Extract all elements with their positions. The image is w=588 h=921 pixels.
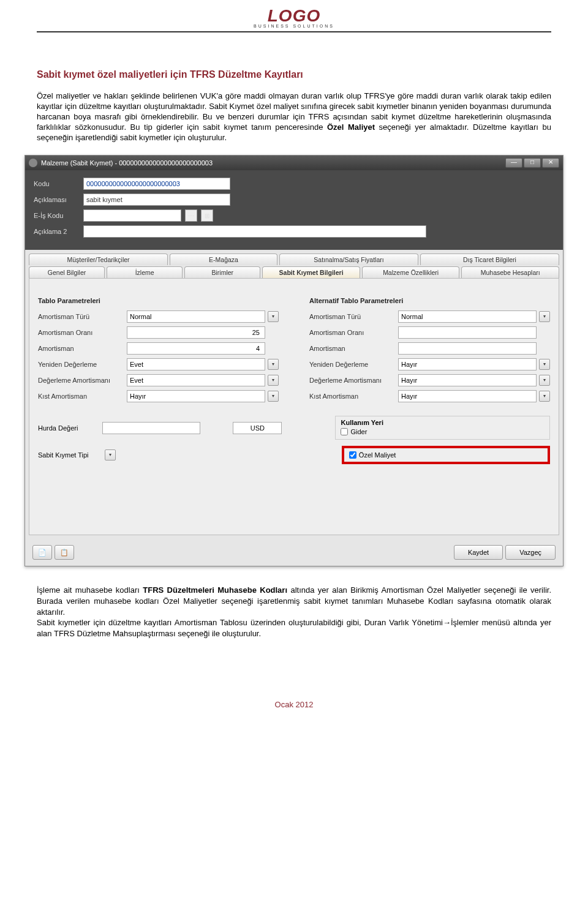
logo-main: LOGO (37, 6, 551, 26)
param-row: Değerleme AmortismanıHayır▾ (309, 374, 550, 386)
intro-paragraph: Özel maliyetler ve hakları şeklinde beli… (37, 91, 551, 143)
kullanim-yeri-group: Kullanım Yeri Gider (335, 416, 550, 440)
tab-birimler[interactable]: Birimler (184, 266, 260, 278)
chevron-down-icon[interactable]: ▾ (268, 311, 279, 322)
param-label: Amortisman (38, 345, 127, 352)
ozel-maliyet-highlight: Özel Maliyet (342, 446, 550, 464)
chevron-down-icon[interactable]: ▾ (268, 359, 279, 370)
param-label: Yeniden Değerleme (38, 361, 127, 368)
alternatif-parametreler-head: Alternatif Tablo Parametreleri (309, 297, 550, 304)
window-minimize-button[interactable]: — (505, 158, 522, 168)
label-kodu: Kodu (34, 180, 80, 187)
param-row: Değerleme AmortismanıEvet▾ (38, 374, 279, 386)
save-button[interactable]: Kaydet (454, 545, 503, 560)
tabs-row-2: Genel Bilgiler İzleme Birimler Sabit Kıy… (29, 266, 559, 278)
tab-muhasebe-hesaplari[interactable]: Muhasebe Hesapları (461, 266, 559, 278)
param-input[interactable] (398, 326, 537, 339)
tab-emagaza[interactable]: E-Mağaza (170, 254, 277, 265)
input-hurda-degeri[interactable] (102, 422, 200, 434)
param-label: Amortisman Türü (309, 313, 398, 320)
tablo-parametreleri-head: Tablo Parametreleri (38, 297, 279, 304)
ftxt-d: Sabit kıymetler için düzeltme kayıtları … (37, 618, 551, 638)
section-title: Sabit kıymet özel maliyetleri için TFRS … (37, 69, 551, 80)
bottom-bar: 📄 📋 Kaydet Vazgeç (25, 539, 563, 566)
cancel-button[interactable]: Vazgeç (505, 545, 556, 560)
param-input[interactable]: Normal (127, 310, 265, 323)
chevron-down-icon[interactable]: ▾ (539, 391, 550, 402)
app-icon (29, 159, 37, 167)
param-input[interactable]: Hayır (398, 374, 537, 386)
param-row: Yeniden DeğerlemeHayır▾ (309, 358, 550, 370)
label-sabit-kiymet-tipi: Sabit Kıymet Tipi (38, 451, 102, 459)
tab-satinalma[interactable]: Satınalma/Satış Fiyatları (279, 254, 418, 265)
param-input[interactable]: 25 (127, 326, 265, 339)
tab-disticaret[interactable]: Dış Ticaret Bilgileri (420, 254, 559, 265)
param-row: Yeniden DeğerlemeEvet▾ (38, 358, 279, 370)
input-aciklamasi[interactable] (83, 194, 230, 206)
label-aciklamasi: Açıklaması (34, 196, 80, 203)
input-kodu[interactable] (83, 178, 230, 190)
window-restore-button[interactable]: □ (524, 158, 541, 168)
chevron-down-icon[interactable]: ▾ (539, 311, 550, 322)
tabs-row-1: Müşteriler/Tedarikçiler E-Mağaza Satınal… (29, 254, 559, 265)
param-input[interactable]: 4 (127, 342, 265, 355)
param-rows-left: Amortisman TürüNormal▾Amortisman Oranı25… (38, 310, 279, 402)
toolbar-button-1[interactable]: 📄 (32, 545, 52, 560)
intro-text-bold: Özel Maliyet (327, 122, 375, 132)
window-title: Malzeme (Sabit Kıymet) - 000000000000000… (41, 159, 505, 167)
param-row: Amortisman Oranı (309, 326, 550, 339)
input-usd[interactable] (233, 422, 282, 434)
param-label: Değerleme Amortismanı (38, 377, 127, 384)
param-label: Amortisman (309, 345, 398, 352)
content-panel: Tablo Parametreleri Amortisman TürüNorma… (29, 278, 559, 535)
input-aciklama2[interactable] (83, 225, 426, 238)
app-window: Malzeme (Sabit Kıymet) - 000000000000000… (24, 155, 564, 566)
label-ozel-maliyet: Özel Maliyet (359, 451, 396, 459)
window-titlebar[interactable]: Malzeme (Sabit Kıymet) - 000000000000000… (25, 156, 563, 170)
param-input[interactable]: Evet (127, 374, 265, 386)
param-input[interactable]: Hayır (127, 390, 265, 402)
tab-izleme[interactable]: İzleme (107, 266, 183, 278)
lookup-icon-1[interactable]: ⋯ (185, 209, 197, 222)
param-row: Amortisman TürüNormal▾ (309, 310, 550, 323)
param-row: Amortisman (309, 342, 550, 355)
ftxt-a: İşleme ait muhasebe kodları (37, 585, 143, 595)
toolbar-button-2[interactable]: 📋 (55, 545, 74, 560)
window-close-button[interactable]: ✕ (542, 158, 559, 168)
param-input[interactable]: Evet (127, 358, 265, 370)
tab-musteriler[interactable]: Müşteriler/Tedarikçiler (29, 254, 168, 265)
checkbox-ozel-maliyet[interactable] (349, 451, 356, 459)
param-input[interactable] (398, 342, 537, 355)
label-gider: Gider (350, 428, 367, 435)
param-row: Amortisman TürüNormal▾ (38, 310, 279, 323)
param-input[interactable]: Normal (398, 310, 537, 323)
param-label: Amortisman Oranı (38, 329, 127, 336)
param-row: Amortisman Oranı25 (38, 326, 279, 339)
chevron-down-icon[interactable]: ▾ (539, 359, 550, 370)
param-row: Kıst AmortismanHayır▾ (309, 390, 550, 402)
param-input[interactable]: Hayır (398, 390, 537, 402)
lookup-icon-2[interactable]: ⊞ (201, 209, 213, 222)
kullanim-yeri-head: Kullanım Yeri (341, 419, 545, 426)
tablo-parametreleri-col: Tablo Parametreleri Amortisman TürüNorma… (38, 297, 279, 406)
label-hurda-degeri: Hurda Değeri (38, 424, 102, 432)
logo-subtitle: BUSINESS SOLUTIONS (37, 24, 551, 28)
param-label: Kıst Amortisman (309, 393, 398, 400)
tab-malzeme-ozellikleri[interactable]: Malzeme Özellikleri (362, 266, 460, 278)
ftxt-bold: TFRS Düzeltmeleri Muhasebe Kodları (143, 585, 287, 595)
param-input[interactable]: Hayır (398, 358, 537, 370)
chevron-down-icon[interactable]: ▾ (539, 375, 550, 386)
header-form-area: Kodu Açıklaması E-İş Kodu ⋯ ⊞ Açıklama 2 (25, 170, 563, 250)
chevron-down-icon[interactable]: ▾ (268, 391, 279, 402)
input-eis-kodu[interactable] (83, 209, 181, 222)
param-row: Kıst AmortismanHayır▾ (38, 390, 279, 402)
tab-sabit-kiymet[interactable]: Sabit Kıymet Bilgileri (262, 266, 360, 278)
chevron-down-icon[interactable]: ▾ (105, 449, 116, 460)
param-rows-right: Amortisman TürüNormal▾Amortisman OranıAm… (309, 310, 550, 402)
alternatif-parametreler-col: Alternatif Tablo Parametreleri Amortisma… (309, 297, 550, 406)
tab-genel[interactable]: Genel Bilgiler (29, 266, 105, 278)
page-footer: Ocak 2012 (37, 700, 551, 715)
label-aciklama2: Açıklama 2 (34, 228, 80, 235)
checkbox-gider[interactable] (341, 428, 348, 435)
chevron-down-icon[interactable]: ▾ (268, 375, 279, 386)
